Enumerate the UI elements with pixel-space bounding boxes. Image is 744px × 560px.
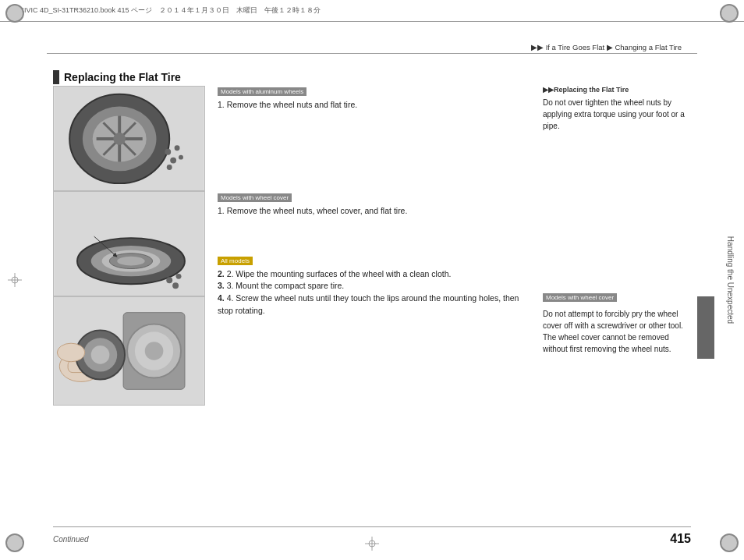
tag-aluminum-wheels: Models with aluminum wheels [218, 87, 306, 96]
breadcrumb-arrow2: ▶ [607, 43, 613, 51]
page-footer: Continued 415 [53, 526, 691, 546]
svg-point-42 [172, 282, 179, 289]
svg-point-33 [179, 155, 183, 160]
instruction-block-1: Models with aluminum wheels 1. Remove th… [218, 86, 527, 112]
svg-point-34 [167, 165, 172, 170]
step-1b: 1. Remove the wheel nuts, wheel cover, a… [218, 206, 407, 215]
instruction-block-2: Models with wheel cover 1. Remove the wh… [218, 192, 527, 218]
breadcrumb-part2: Changing a Flat Tire [615, 43, 682, 51]
svg-point-49 [145, 342, 164, 360]
svg-point-54 [91, 346, 110, 364]
instruction-text-1: 1. Remove the wheel nuts and flat tire. [218, 99, 527, 112]
image-wheel-cover: Wheel Cover [53, 191, 205, 296]
right-note-block-1: ▶▶Replacing the Flat Tire Do not over ti… [543, 86, 691, 132]
svg-point-43 [176, 274, 182, 279]
notes-column: ▶▶Replacing the Flat Tire Do not over ti… [535, 64, 691, 521]
step-2: 2. 2. Wipe the mounting surfaces of the … [218, 268, 527, 281]
image-aluminum-wheel [53, 86, 205, 191]
main-content: Wheel Cover [53, 64, 691, 521]
circle-deco-top-right [720, 4, 739, 23]
right-note-text: Do not attempt to forcibly pry the wheel… [543, 308, 691, 355]
step-3: 3. 3. Mount the compact spare tire. [218, 280, 527, 292]
header-file-info: 14 CIVIC 4D_SI-31TR36210.book 415 ページ ２０… [9, 5, 321, 16]
breadcrumb: ▶▶ If a Tire Goes Flat ▶ Changing a Flat… [531, 43, 682, 51]
breadcrumb-part1: If a Tire Goes Flat [546, 43, 605, 51]
right-header-title: ▶▶Replacing the Flat Tire [543, 86, 691, 94]
instruction-text-2: 1. Remove the wheel nuts, wheel cover, a… [218, 205, 527, 218]
right-note-block-2: Models with wheel cover Do not attempt t… [543, 292, 691, 355]
header-divider [47, 53, 697, 54]
side-text: Handling the Unexpected [726, 236, 735, 324]
svg-point-30 [165, 149, 171, 155]
page-header: 14 CIVIC 4D_SI-31TR36210.book 415 ページ ２０… [0, 0, 744, 22]
instruction-block-3: All models 2. 2. Wipe the mounting surfa… [218, 255, 527, 317]
crosshair-mid-left [8, 273, 22, 287]
footer-continued: Continued [53, 535, 89, 544]
svg-point-29 [113, 133, 126, 145]
instructions-column: Models with aluminum wheels 1. Remove th… [205, 64, 535, 521]
right-header-note: Do not over tighten the wheel nuts by ap… [543, 97, 691, 132]
svg-point-32 [175, 145, 180, 151]
svg-point-41 [166, 277, 172, 283]
footer-page-number: 415 [670, 532, 691, 546]
svg-point-55 [57, 343, 84, 362]
step-4: 4. 4. Screw the wheel nuts until they to… [218, 292, 527, 317]
tag-wheel-cover: Models with wheel cover [218, 193, 292, 202]
image-mount-spare [53, 296, 205, 406]
step-1a: 1. Remove the wheel nuts and flat tire. [218, 100, 357, 109]
circle-deco-bottom-left [5, 533, 24, 552]
sidebar-accent [697, 296, 714, 359]
image-column: Wheel Cover [53, 86, 205, 521]
circle-deco-top-left [5, 4, 24, 23]
instruction-text-3: 2. 2. Wipe the mounting surfaces of the … [218, 268, 527, 317]
svg-point-40 [117, 257, 144, 266]
tag-wheel-cover-right: Models with wheel cover [543, 293, 617, 302]
tag-all-models: All models [218, 257, 253, 265]
circle-deco-bottom-right [720, 533, 739, 552]
breadcrumb-arrow: ▶▶ [531, 43, 544, 51]
svg-point-31 [170, 158, 176, 164]
